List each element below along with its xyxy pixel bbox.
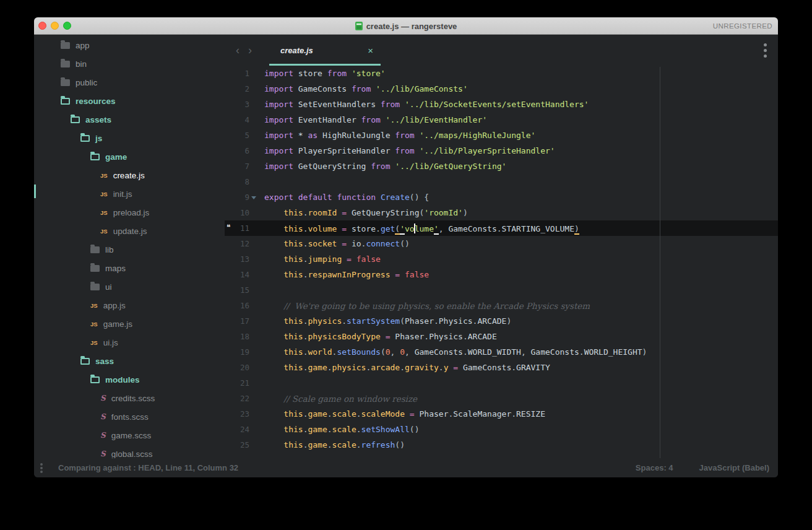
code-line-3[interactable]: 3import SetEventHandlers from '../lib/So…: [225, 97, 778, 112]
tree-item-modules[interactable]: modules: [34, 370, 225, 389]
tree-item-lib[interactable]: lib: [34, 240, 225, 259]
js-file-icon: JS: [90, 302, 98, 309]
code-line-6[interactable]: 6import PlayerSpriteHandler from '../lib…: [225, 143, 778, 159]
tree-item-label: public: [76, 78, 97, 87]
tree-item-label: create.js: [113, 171, 145, 180]
tree-item-ui-js[interactable]: JSui.js: [34, 333, 225, 352]
tree-item-bin[interactable]: bin: [34, 54, 225, 73]
tree-item-js[interactable]: js: [34, 129, 225, 147]
line-number: 19: [225, 347, 249, 357]
sass-file-icon: S: [100, 450, 106, 458]
tree-item-label: assets: [85, 115, 111, 124]
code-text: // We're going to be using physics, so e…: [257, 301, 590, 311]
tree-item-public[interactable]: public: [34, 73, 225, 92]
line-number: 25: [225, 440, 249, 450]
code-lines: 1import store from 'store'2import GameCo…: [225, 66, 778, 453]
code-line-14[interactable]: 14 this.respawnInProgress = false: [225, 267, 778, 282]
tree-item-label: game.scss: [111, 431, 152, 440]
gutter: 25: [225, 437, 257, 453]
sass-file-icon: S: [100, 412, 106, 421]
code-line-17[interactable]: 17 this.physics.startSystem(Phaser.Physi…: [225, 313, 778, 329]
code-line-19[interactable]: 19 this.world.setBounds(0, 0, GameConsts…: [225, 344, 778, 360]
line-number: 15: [225, 285, 249, 295]
status-menu-icon[interactable]: [40, 462, 43, 474]
tree-item-preload-js[interactable]: JSpreload.js: [34, 203, 225, 222]
tree-item-app-js[interactable]: JSapp.js: [34, 296, 225, 315]
tree-item-maps[interactable]: maps: [34, 259, 225, 277]
code-line-5[interactable]: 5import * as HighRuleJungle from '../map…: [225, 128, 778, 143]
tree-item-ui[interactable]: ui: [34, 277, 225, 296]
title-bar: create.js — rangersteve UNREGISTERED: [34, 17, 778, 35]
code-text: import EventHandler from '../lib/EventHa…: [257, 115, 487, 124]
gutter: 13: [225, 251, 257, 267]
gutter: 22: [225, 391, 257, 406]
app-window: create.js — rangersteve UNREGISTERED app…: [34, 17, 778, 477]
code-line-16[interactable]: 16 // We're going to be using physics, s…: [225, 298, 778, 313]
tree-item-update-js[interactable]: JSupdate.js: [34, 222, 225, 240]
js-file-icon: JS: [90, 339, 98, 346]
tree-item-game-js[interactable]: JSgame.js: [34, 315, 225, 333]
code-text: import SetEventHandlers from '../lib/Soc…: [257, 100, 589, 109]
tree-item-fonts-scss[interactable]: Sfonts.scss: [34, 407, 225, 426]
code-line-13[interactable]: 13 this.jumping = false: [225, 251, 778, 267]
code-line-7[interactable]: 7import GetQueryString from '../lib/GetQ…: [225, 159, 778, 174]
next-tab-icon[interactable]: ›: [248, 42, 252, 58]
code-line-18[interactable]: 18 this.physicsBodyType = Phaser.Physics…: [225, 329, 778, 344]
tree-item-label: ui: [105, 282, 112, 292]
tree-item-label: js: [95, 134, 102, 143]
code-line-4[interactable]: 4import EventHandler from '../lib/EventH…: [225, 112, 778, 128]
tree-item-label: game.js: [103, 319, 132, 329]
code-text: import * as HighRuleJungle from '../maps…: [257, 131, 535, 140]
code-line-2[interactable]: 2import GameConsts from '../lib/GameCons…: [225, 81, 778, 97]
tree-item-assets[interactable]: assets: [34, 110, 225, 129]
code-line-15[interactable]: 15: [225, 282, 778, 298]
code-line-11[interactable]: ❝11 this.volume = store.get('volume', Ga…: [225, 220, 778, 236]
code-line-8[interactable]: 8: [225, 174, 778, 189]
editor-pane: ‹ › create.js × 1import store from 'stor…: [225, 35, 778, 458]
code-line-9[interactable]: 9export default function Create() {: [225, 189, 778, 205]
prev-tab-icon[interactable]: ‹: [236, 42, 240, 58]
tab-nav: ‹ ›: [236, 42, 252, 58]
code-line-1[interactable]: 1import store from 'store': [225, 66, 778, 81]
sidebar-scroll-indicator[interactable]: [34, 185, 36, 198]
gutter: 16: [225, 298, 257, 313]
code-line-24[interactable]: 24 this.game.scale.setShowAll(): [225, 422, 778, 437]
code-line-23[interactable]: 23 this.game.scale.scaleMode = Phaser.Sc…: [225, 406, 778, 422]
tree-item-resources[interactable]: resources: [34, 92, 225, 110]
tree-item-init-js[interactable]: JSinit.js: [34, 185, 225, 203]
tree-item-app[interactable]: app: [34, 36, 225, 54]
code-line-25[interactable]: 25 this.game.scale.refresh(): [225, 437, 778, 453]
code-line-21[interactable]: 21: [225, 375, 778, 391]
code-text: import GameConsts from '../lib/GameConst…: [257, 84, 468, 93]
gutter: 4: [225, 112, 257, 128]
folder-open-icon: [80, 358, 90, 365]
overflow-menu-icon[interactable]: [764, 43, 767, 60]
tree-item-global-scss[interactable]: Sglobal.scss: [34, 445, 225, 458]
tree-item-sass[interactable]: sass: [34, 352, 225, 370]
tab-create-js[interactable]: create.js ×: [269, 35, 381, 66]
line-number: 3: [225, 100, 249, 109]
fold-arrow-icon[interactable]: [251, 196, 256, 199]
file-type-icon: [355, 22, 363, 30]
tree-item-label: maps: [105, 264, 126, 273]
code-text: this.socket = io.connect(): [257, 239, 410, 248]
gutter: 6: [225, 143, 257, 159]
code-line-10[interactable]: 10 this.roomId = GetQueryString('roomId'…: [225, 205, 778, 220]
spaces-indicator[interactable]: Spaces: 4: [636, 463, 673, 472]
code-area[interactable]: 1import store from 'store'2import GameCo…: [225, 66, 778, 458]
js-file-icon: JS: [100, 228, 108, 235]
tree-item-game-scss[interactable]: Sgame.scss: [34, 426, 225, 445]
line-number: 1: [225, 69, 249, 78]
folder-open-icon: [90, 376, 100, 383]
code-line-20[interactable]: 20 this.game.physics.arcade.gravity.y = …: [225, 360, 778, 375]
tree-item-credits-scss[interactable]: Scredits.scss: [34, 389, 225, 407]
gutter: 20: [225, 360, 257, 375]
gutter: 5: [225, 128, 257, 143]
gutter: 14: [225, 267, 257, 282]
tree-item-create-js[interactable]: JScreate.js: [34, 166, 225, 185]
tree-item-game[interactable]: game: [34, 147, 225, 166]
tab-close-icon[interactable]: ×: [368, 45, 373, 56]
code-line-22[interactable]: 22 // Scale game on window resize: [225, 391, 778, 406]
code-line-12[interactable]: 12 this.socket = io.connect(): [225, 236, 778, 251]
syntax-indicator[interactable]: JavaScript (Babel): [699, 463, 769, 472]
